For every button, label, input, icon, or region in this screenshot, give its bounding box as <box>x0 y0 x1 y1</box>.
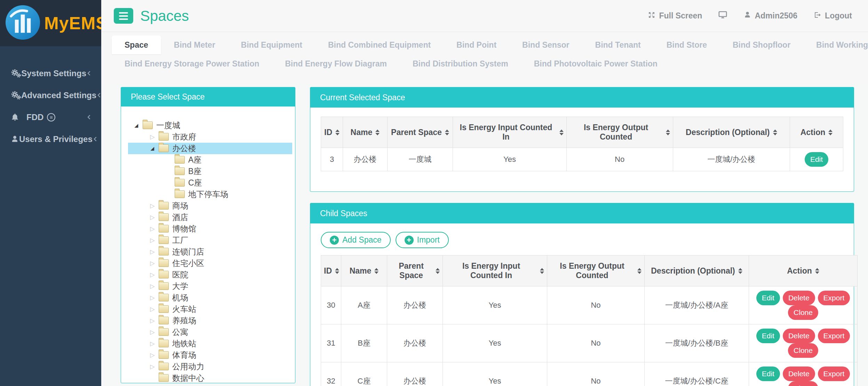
tree-node[interactable]: B座 <box>128 166 292 177</box>
clone-button[interactable]: Clone <box>788 305 818 320</box>
column-header-description-optional[interactable]: Description (Optional) <box>673 117 790 148</box>
current-space-panel: Current Selected Space IDNameParent Spac… <box>310 87 854 192</box>
column-header-is-energy-input-counted-in[interactable]: Is Energy Input Counted In <box>453 117 566 148</box>
logout-button[interactable]: Logout <box>813 11 852 21</box>
tree-node[interactable]: ▷住宅小区 <box>128 258 292 269</box>
column-header-is-energy-input-counted-in[interactable]: Is Energy Input Counted In <box>443 255 547 286</box>
edit-button[interactable]: Edit <box>756 329 780 343</box>
tab-space[interactable]: Space <box>112 36 161 54</box>
tree-node[interactable]: ▷连锁门店 <box>128 246 292 258</box>
monitor-button[interactable] <box>718 10 727 22</box>
edit-button[interactable]: Edit <box>756 291 780 305</box>
tree-node[interactable]: ▷商场 <box>128 200 292 212</box>
full-screen-button[interactable]: Full Screen <box>647 11 702 21</box>
tree-node[interactable]: 地下停车场 <box>128 189 292 200</box>
app-logo[interactable]: MyEMS <box>0 0 101 46</box>
export-button[interactable]: Export <box>818 329 850 343</box>
tab-bind-energy-storage-power-station[interactable]: Bind Energy Storage Power Station <box>112 54 272 73</box>
delete-button[interactable]: Delete <box>783 291 815 305</box>
tab-bind-meter[interactable]: Bind Meter <box>161 36 228 54</box>
collapsed-arrow-icon[interactable]: ▷ <box>148 294 157 301</box>
collapsed-arrow-icon[interactable]: ▷ <box>148 329 157 336</box>
collapsed-arrow-icon[interactable]: ▷ <box>148 214 157 221</box>
tab-bind-combined-equipment[interactable]: Bind Combined Equipment <box>315 36 444 54</box>
hamburger-menu-icon[interactable] <box>114 8 133 24</box>
column-header-name[interactable]: Name <box>343 117 387 148</box>
tab-bind-point[interactable]: Bind Point <box>444 36 509 54</box>
collapsed-arrow-icon[interactable]: ▷ <box>148 352 157 359</box>
edit-button[interactable]: Edit <box>756 367 780 381</box>
tab-row-1: SpaceBind MeterBind EquipmentBind Combin… <box>112 36 868 54</box>
collapsed-arrow-icon[interactable]: ▷ <box>148 248 157 255</box>
tree-node[interactable]: ▷火车站 <box>128 304 292 315</box>
tree-node[interactable]: ▷地铁站 <box>128 338 292 349</box>
tab-bind-working-calendar[interactable]: Bind Working Calendar <box>803 36 868 54</box>
clone-button[interactable]: Clone <box>788 381 818 386</box>
delete-button[interactable]: Delete <box>783 367 815 381</box>
column-header-id[interactable]: ID <box>321 117 343 148</box>
collapsed-arrow-icon[interactable]: ▷ <box>148 237 157 244</box>
collapsed-arrow-icon[interactable]: ▷ <box>148 363 157 370</box>
delete-button[interactable]: Delete <box>783 329 815 343</box>
tree-node[interactable]: 数据中心 <box>128 372 292 383</box>
tree-node[interactable]: ▷酒店 <box>128 212 292 223</box>
collapsed-arrow-icon[interactable]: ▷ <box>148 133 157 141</box>
expanded-arrow-icon[interactable]: ◢ <box>132 123 141 128</box>
export-button[interactable]: Export <box>818 367 850 381</box>
column-header-parent-space[interactable]: Parent Space <box>387 117 453 148</box>
column-header-action[interactable]: Action <box>749 255 858 286</box>
collapsed-arrow-icon[interactable]: ▷ <box>148 306 157 313</box>
tree-node[interactable]: ▷市政府 <box>128 131 292 143</box>
edit-button[interactable]: Edit <box>805 152 828 167</box>
column-header-is-energy-output-counted[interactable]: Is Energy Output Counted <box>547 255 645 286</box>
collapsed-arrow-icon[interactable]: ▷ <box>148 283 157 290</box>
tab-bind-sensor[interactable]: Bind Sensor <box>509 36 582 54</box>
column-header-name[interactable]: Name <box>341 255 387 286</box>
tab-bind-photovoltaic-power-station[interactable]: Bind Photovoltaic Power Station <box>521 54 670 73</box>
tree-node[interactable]: ▷机场 <box>128 292 292 304</box>
column-header-description-optional[interactable]: Description (Optional) <box>645 255 749 286</box>
column-header-parent-space[interactable]: Parent Space <box>387 255 443 286</box>
export-button[interactable]: Export <box>818 291 850 305</box>
column-header-id[interactable]: ID <box>321 255 341 286</box>
tree-node[interactable]: ◢办公楼 <box>128 143 292 154</box>
tab-row-2: Bind Energy Storage Power StationBind En… <box>112 54 868 73</box>
tree-node[interactable]: ▷医院 <box>128 269 292 281</box>
collapsed-arrow-icon[interactable]: ▷ <box>148 340 157 347</box>
tree-node[interactable]: ▷公用动力 <box>128 361 292 372</box>
column-header-action[interactable]: Action <box>790 117 843 148</box>
tree-node[interactable]: ▷体育场 <box>128 349 292 361</box>
tree-node[interactable]: ◢一度城 <box>128 120 292 131</box>
user-menu[interactable]: Admin2506 <box>743 11 797 21</box>
tab-bind-tenant[interactable]: Bind Tenant <box>582 36 654 54</box>
expanded-arrow-icon[interactable]: ◢ <box>148 145 157 151</box>
sidebar-item-system-settings[interactable]: System Settings <box>0 62 101 84</box>
tab-bind-equipment[interactable]: Bind Equipment <box>228 36 315 54</box>
collapsed-arrow-icon[interactable]: ▷ <box>148 317 157 324</box>
tree-node[interactable]: C座 <box>128 177 292 189</box>
collapsed-arrow-icon[interactable]: ▷ <box>148 260 157 267</box>
collapsed-arrow-icon[interactable]: ▷ <box>148 202 157 210</box>
tree-node[interactable]: ▷工厂 <box>128 235 292 246</box>
sidebar-item-fdd[interactable]: FDD≡ <box>0 106 101 128</box>
sidebar-item-users-privileges[interactable]: Users & Privileges <box>0 128 101 150</box>
column-header-is-energy-output-counted[interactable]: Is Energy Output Counted <box>566 117 673 148</box>
tab-bind-energy-flow-diagram[interactable]: Bind Energy Flow Diagram <box>272 54 400 73</box>
add-space-button[interactable]: + Add Space <box>321 232 391 248</box>
import-button[interactable]: + Import <box>396 232 449 248</box>
tab-bind-store[interactable]: Bind Store <box>654 36 720 54</box>
clone-button[interactable]: Clone <box>788 343 818 358</box>
tree-node[interactable]: ▷大学 <box>128 281 292 292</box>
tree-node[interactable]: A座 <box>128 154 292 166</box>
collapsed-arrow-icon[interactable]: ▷ <box>148 225 157 233</box>
collapsed-arrow-icon[interactable]: ▷ <box>148 271 157 278</box>
sidebar-item-advanced-settings[interactable]: Advanced Settings <box>0 84 101 106</box>
tree-node-label: B座 <box>188 166 201 177</box>
column-header-label: Parent Space <box>391 128 442 137</box>
tree-node[interactable]: ▷养殖场 <box>128 315 292 326</box>
tree-node[interactable]: ▷公寓 <box>128 326 292 338</box>
tab-bind-shopfloor[interactable]: Bind Shopfloor <box>720 36 803 54</box>
tab-bind-distribution-system[interactable]: Bind Distribution System <box>400 54 521 73</box>
tree-node[interactable]: ▷博物馆 <box>128 223 292 235</box>
tree-node-label: 地下停车场 <box>188 189 228 200</box>
